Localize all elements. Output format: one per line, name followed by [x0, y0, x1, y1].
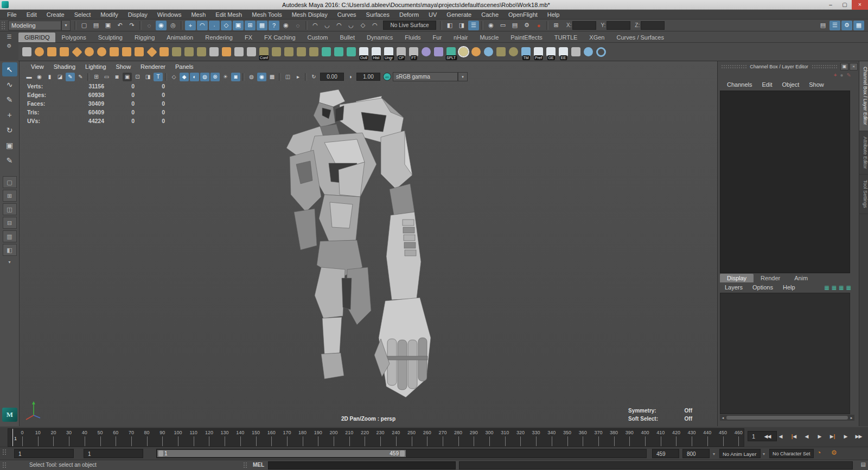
shelf-tab-nhair[interactable]: nHair: [448, 33, 474, 42]
render-settings-icon[interactable]: ⚙: [521, 21, 532, 30]
center-pivot-icon[interactable]: CP: [395, 43, 407, 61]
select-by-object-icon[interactable]: ◉: [156, 21, 167, 30]
preferences-icon[interactable]: Pref: [532, 43, 545, 61]
panel-menu-show[interactable]: Show: [111, 63, 136, 70]
playback-end-field[interactable]: 459: [652, 449, 679, 458]
poly-text-icon[interactable]: [21, 43, 33, 61]
range-slider-track[interactable]: 1 459: [156, 449, 647, 458]
poly-cube-icon[interactable]: [46, 43, 58, 61]
new-scene-icon[interactable]: ▢: [79, 21, 90, 30]
uv-cube-icon[interactable]: [345, 43, 358, 61]
menu-select[interactable]: Select: [69, 11, 96, 18]
shaded-sphere-icon[interactable]: [457, 43, 470, 61]
surface-constraint-icon[interactable]: ◠: [334, 21, 344, 30]
ipr-render-icon[interactable]: ▤: [509, 21, 520, 30]
menu-file[interactable]: File: [2, 11, 22, 18]
shelf-tab-fur[interactable]: Fur: [427, 33, 448, 42]
wedge-alt-icon[interactable]: [283, 43, 295, 61]
uv-snapshot-icon[interactable]: [183, 43, 195, 61]
maximize-button[interactable]: ▢: [838, 0, 852, 10]
camera-bookmark-icon[interactable]: ▮: [45, 73, 54, 81]
menu-help[interactable]: Help: [542, 11, 565, 18]
scale-tool[interactable]: ▣: [2, 138, 17, 152]
shelf-tab-xgen[interactable]: XGen: [583, 33, 610, 42]
perspective-viewport[interactable]: ViewShadingLightingShowRendererPanels ▬◉…: [20, 61, 717, 426]
shelf-menu-icon[interactable]: ☰: [7, 34, 12, 40]
edit-pivot-icon[interactable]: [220, 43, 233, 61]
axis-constraint-icon[interactable]: ◇: [358, 21, 368, 30]
shelf-tab-dynamics[interactable]: Dynamics: [361, 33, 399, 42]
step-back-one-frame-button[interactable]: ◀: [774, 430, 787, 442]
panel-menu-renderer[interactable]: Renderer: [136, 63, 170, 70]
quad-draw-icon[interactable]: [320, 43, 333, 61]
cut-plane-icon[interactable]: [295, 43, 308, 61]
fold-planes-icon[interactable]: [308, 43, 320, 61]
menu-deform[interactable]: Deform: [394, 11, 424, 18]
menu-edit[interactable]: Edit: [22, 11, 42, 18]
shelf-tab-animation[interactable]: Animation: [161, 33, 199, 42]
panel-popout-icon[interactable]: ▣: [840, 63, 848, 70]
smooth-icon[interactable]: [108, 43, 120, 61]
menu-uv[interactable]: UV: [424, 11, 442, 18]
shelf-tab-fluids[interactable]: Fluids: [399, 33, 426, 42]
layout-more-arrow-icon[interactable]: ▾: [3, 258, 17, 266]
x-coordinate-field[interactable]: [572, 21, 596, 30]
go-to-playback-start-button[interactable]: ◀◀: [761, 430, 774, 442]
panel-drag-grip[interactable]: [721, 65, 746, 69]
separate-icon[interactable]: [95, 43, 108, 61]
menu-generate[interactable]: Generate: [442, 11, 476, 18]
dock-tab-channel-box-layer-editor[interactable]: Channel Box / Layer Editor: [859, 61, 868, 131]
wireframe-icon[interactable]: ◇: [169, 73, 178, 81]
status-line-grip[interactable]: [1, 21, 6, 30]
undo-icon[interactable]: ↶: [114, 21, 125, 30]
paint-select-tool[interactable]: ✎: [2, 93, 17, 107]
poly-plane-icon[interactable]: [71, 43, 83, 61]
command-result-area[interactable]: [459, 461, 853, 469]
menu-openflight[interactable]: OpenFlight: [503, 11, 542, 18]
select-camera-icon[interactable]: ▬: [24, 73, 34, 81]
menu-mesh-display[interactable]: Mesh Display: [287, 11, 333, 18]
layer-move-icon[interactable]: ▦: [846, 285, 851, 291]
layer-menu-layers[interactable]: Layers: [720, 284, 748, 291]
shelf-tab-gibridq[interactable]: GIBRIDQ: [18, 33, 55, 42]
make-live-icon[interactable]: ▣: [233, 21, 244, 30]
step-back-one-key-button[interactable]: |◀: [787, 430, 800, 442]
current-time-marker[interactable]: [12, 429, 13, 446]
animation-end-field[interactable]: 800: [682, 449, 710, 458]
layout-outliner-persp[interactable]: ◧: [3, 244, 17, 256]
play-forwards-button[interactable]: ▶: [813, 430, 826, 442]
dock-tab-tool-settings[interactable]: Tool Settings: [859, 175, 868, 214]
layout-two-pane-side-by-side[interactable]: ◫: [3, 203, 17, 215]
use-all-lights-icon[interactable]: ◍: [200, 73, 209, 81]
highlight-selection-icon[interactable]: ◌: [292, 21, 303, 30]
animation-start-field[interactable]: 1: [14, 449, 74, 458]
input-operations-icon[interactable]: ◧: [444, 21, 455, 30]
exposure-field[interactable]: 0.00: [320, 73, 344, 81]
layer-menu-options[interactable]: Options: [748, 284, 778, 291]
menu-modify[interactable]: Modify: [95, 11, 123, 18]
panel-close-icon[interactable]: ×: [850, 63, 858, 70]
scroll-right-icon[interactable]: ▸: [848, 416, 854, 420]
motion-blur-icon[interactable]: ◉: [257, 73, 266, 81]
script-editor-icon[interactable]: ▤: [861, 461, 866, 467]
grid-toggle-icon[interactable]: ⊞: [92, 73, 101, 81]
outliner-icon[interactable]: Outl: [358, 43, 370, 61]
select-by-hierarchy-icon[interactable]: ◌: [144, 21, 155, 30]
keyframe-set-icon[interactable]: ▦: [257, 21, 267, 30]
channel-box-menu-object[interactable]: Object: [777, 81, 804, 88]
layer-tab-render[interactable]: Render: [754, 274, 787, 282]
snap-to-curves-icon[interactable]: ◠: [197, 21, 208, 30]
shelf-tab-muscle[interactable]: Muscle: [474, 33, 505, 42]
graph-editor-icon[interactable]: GE: [545, 43, 557, 61]
boolean-icon[interactable]: [133, 43, 145, 61]
layer-list-empty-area[interactable]: [720, 293, 850, 414]
shelf-tab-painteffects[interactable]: PaintEffects: [505, 33, 548, 42]
character-set-chevron-icon[interactable]: ▾: [763, 452, 765, 456]
isolate-select-icon[interactable]: ◍: [247, 73, 256, 81]
textured-icon[interactable]: ◐: [190, 73, 199, 81]
shelf-tab-sculpting[interactable]: Sculpting: [92, 33, 129, 42]
range-slider-bar[interactable]: 1 459: [157, 450, 406, 457]
image-plane-icon[interactable]: ◪: [55, 73, 65, 81]
grease-pencil-icon[interactable]: ✎: [76, 73, 85, 81]
delete-history-icon[interactable]: Hist: [370, 43, 382, 61]
